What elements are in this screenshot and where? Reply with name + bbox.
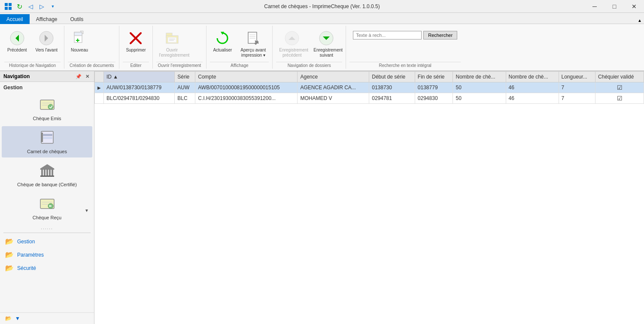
- sidebar-item-cheque-emis[interactable]: Chèque Emis: [2, 93, 92, 124]
- sidebar-folder-gestion[interactable]: 📂 Gestion: [0, 235, 94, 248]
- svg-rect-1: [9, 3, 12, 6]
- col-longueur[interactable]: Longueur...: [559, 72, 595, 82]
- recherche-group-label: Recherche en texte intégral: [349, 62, 461, 69]
- sidebar-folder-securite[interactable]: 📂 Sécurité: [0, 261, 94, 275]
- bottom-folder-icon: 📂: [5, 315, 12, 321]
- search-container: Rechercher: [349, 27, 461, 43]
- folder-gestion-label: Gestion: [17, 239, 35, 245]
- col-nombre-che2[interactable]: Nombre de chè...: [506, 72, 559, 82]
- enregistrement-suivant-button[interactable]: Enregistrementsuivant: [310, 27, 342, 60]
- grid-body: ▶ AUW/0138730/0138779 AUW AWB/0070100008…: [95, 82, 644, 104]
- cell-chequier-valide: ☑: [595, 82, 644, 93]
- col-nombre-che1[interactable]: Nombre de chè...: [453, 72, 506, 82]
- affichage-group-label: Affichage: [210, 62, 269, 69]
- sidebar-header: Navigation 📌 ✕: [0, 71, 94, 82]
- row-arrow-cell: [95, 93, 104, 104]
- vers-avant-button[interactable]: Vers l'avant: [33, 27, 61, 55]
- ribbon-group-ouvrir: Ouvrirl'enregistrement Ouvrir l'enregist…: [153, 26, 207, 69]
- col-arrow[interactable]: [95, 72, 104, 82]
- col-compte[interactable]: Compte: [195, 72, 298, 82]
- cheque-banque-icon: [39, 163, 55, 181]
- qa-back-btn[interactable]: ◁: [26, 2, 35, 11]
- folder-securite-label: Sécurité: [17, 265, 36, 271]
- qa-forward-btn[interactable]: ▷: [37, 2, 46, 11]
- maximize-btn[interactable]: □: [605, 0, 624, 13]
- qa-refresh-btn[interactable]: ↻: [15, 2, 24, 11]
- cell-longueur: 7: [559, 93, 595, 104]
- cell-debut-serie: 0138730: [369, 82, 415, 93]
- nouveau-button[interactable]: Nouveau: [68, 27, 91, 55]
- sidebar-item-carnet-cheques[interactable]: Carnet de chèques: [2, 126, 92, 157]
- tab-affichage[interactable]: Affichage: [30, 14, 64, 24]
- vers-avant-label: Vers l'avant: [36, 48, 58, 53]
- svg-rect-2: [5, 7, 8, 10]
- ribbon-group-navigation-content: Enregistrementprécédent Enregistrementsu…: [276, 26, 342, 62]
- svg-rect-22: [248, 32, 257, 43]
- content-area: ID ▲ Série Compte Agence Début de série …: [94, 71, 644, 324]
- navigation-group-label: Navigation de dossiers: [276, 62, 342, 69]
- svg-rect-0: [5, 3, 8, 6]
- apercu-button[interactable]: Aperçu avantimpression ▾: [237, 27, 269, 60]
- cell-compte: C.I.H/230193000383055391200...: [195, 93, 298, 104]
- col-chequier-valide[interactable]: Chéquier validé: [595, 72, 644, 82]
- ribbon-group-affichage-content: Actualiser Aperçu avantimpression ▾: [210, 26, 269, 62]
- sidebar-bottom-row[interactable]: 📂 ▼: [0, 312, 94, 324]
- col-id[interactable]: ID ▲: [104, 72, 175, 82]
- ribbon-group-recherche-content: Rechercher: [349, 26, 461, 62]
- tab-accueil[interactable]: Accueil: [0, 14, 30, 24]
- ribbon-collapse-btn[interactable]: ▲: [635, 18, 644, 23]
- ribbon-group-creation: Nouveau Création de documents: [64, 26, 119, 69]
- ribbon-group-creation-content: Nouveau: [68, 26, 115, 62]
- col-serie[interactable]: Série: [175, 72, 195, 82]
- window-title: Carnet de chèques - ImprimeCheque (Ver. …: [264, 3, 380, 9]
- nouveau-label: Nouveau: [71, 48, 88, 53]
- ribbon-group-affichage: Actualiser Aperçu avantimpression ▾ Affi…: [207, 26, 273, 69]
- tab-outils[interactable]: Outils: [64, 14, 90, 24]
- carnet-cheques-icon: [39, 130, 55, 148]
- cell-fin-serie: 0294830: [415, 93, 453, 104]
- app-icon: [3, 2, 13, 11]
- precedent-button[interactable]: Précédent: [4, 27, 30, 55]
- ouvrir-button[interactable]: Ouvrirl'enregistrement: [156, 27, 188, 60]
- actualiser-button[interactable]: Actualiser: [210, 27, 235, 55]
- historique-group-label: Historique de Navigation: [4, 62, 61, 69]
- sidebar-close-btn[interactable]: ✕: [84, 73, 91, 80]
- nouveau-icon: [71, 30, 88, 47]
- col-fin-serie[interactable]: Fin de série: [415, 72, 453, 82]
- svg-rect-45: [46, 170, 48, 176]
- precedent-icon: [9, 30, 26, 47]
- sidebar-dots: ......: [0, 224, 94, 231]
- enregistrement-precedent-button[interactable]: Enregistrementprécédent: [276, 27, 308, 60]
- sidebar-item-cheque-recu[interactable]: Chèque Reçu ▼: [2, 192, 92, 224]
- col-agence[interactable]: Agence: [298, 72, 369, 82]
- enregistrement-suivant-label: Enregistrementsuivant: [313, 48, 339, 58]
- supprimer-label: Supprimer: [126, 48, 146, 53]
- editer-group-label: Editer: [123, 62, 149, 69]
- quick-access-toolbar: ↻ ◁ ▷ ▼: [0, 0, 61, 13]
- search-input[interactable]: [353, 31, 422, 39]
- col-debut-serie[interactable]: Début de série: [369, 72, 415, 82]
- data-grid[interactable]: ID ▲ Série Compte Agence Début de série …: [94, 71, 644, 324]
- cell-agence: MOHAMED V: [298, 93, 369, 104]
- search-button[interactable]: Rechercher: [423, 31, 457, 39]
- table-row[interactable]: ▶ AUW/0138730/0138779 AUW AWB/0070100008…: [95, 82, 644, 93]
- svg-rect-18: [168, 37, 176, 42]
- sidebar-divider: [3, 233, 91, 233]
- cell-serie: AUW: [175, 82, 195, 93]
- cell-nombre-che2: 46: [506, 93, 559, 104]
- svg-rect-40: [41, 133, 43, 142]
- svg-rect-46: [49, 170, 51, 176]
- ribbon-group-historique-content: Précédent Vers l'avant: [4, 26, 61, 62]
- supprimer-button[interactable]: Supprimer: [123, 27, 149, 55]
- sidebar-folder-parametres[interactable]: 📂 Paramètres: [0, 248, 94, 261]
- qa-dropdown-btn[interactable]: ▼: [48, 2, 58, 11]
- cheque-emis-icon: [39, 97, 55, 115]
- apercu-label: Aperçu avantimpression ▾: [240, 48, 266, 58]
- grid-header-row: ID ▲ Série Compte Agence Début de série …: [95, 72, 644, 82]
- ribbon-group-editer-content: Supprimer: [123, 26, 149, 62]
- minimize-btn[interactable]: ─: [585, 0, 605, 13]
- sidebar-pin-btn[interactable]: 📌: [75, 73, 82, 80]
- table-row[interactable]: BLC/0294781/0294830 BLC C.I.H/2301930003…: [95, 93, 644, 104]
- close-btn[interactable]: ✕: [624, 0, 644, 13]
- sidebar-item-cheque-banque[interactable]: Chèque de banque (Certifié): [2, 159, 92, 191]
